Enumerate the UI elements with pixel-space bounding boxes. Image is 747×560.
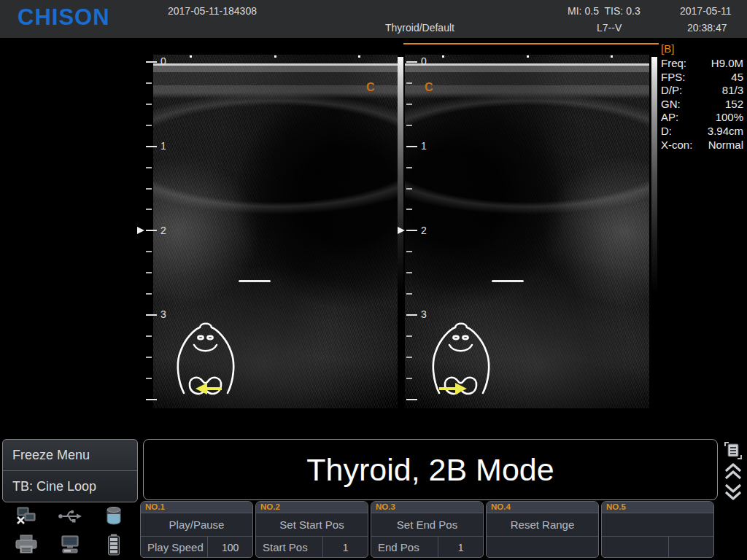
scale-dots-left <box>190 55 361 58</box>
empty-cell <box>487 537 598 558</box>
param-value: H9.0M <box>711 57 743 71</box>
empty-cell <box>668 537 713 558</box>
body-marker-thyroid-right <box>429 319 493 397</box>
grayscale-bar-right <box>651 57 657 405</box>
toolbar-panel-no4: NO.4 Reset Range <box>486 501 599 558</box>
ruler-major-ticks <box>406 61 417 401</box>
ruler-major-ticks <box>146 61 157 401</box>
network-offline-icon <box>15 507 37 526</box>
tis-label: TIS: <box>605 5 624 17</box>
play-pause-button[interactable]: Play/Pause <box>141 513 252 537</box>
panel-header: NO.1 <box>141 502 252 513</box>
param-label: AP: <box>661 111 678 125</box>
focus-marker-icon <box>137 227 144 234</box>
freeze-menu-panel: Freeze Menu TB: Cine Loop <box>2 439 138 502</box>
ruler-label: 3 <box>160 308 166 320</box>
start-pos-value[interactable]: 1 <box>322 537 368 558</box>
active-image-indicator <box>403 43 659 44</box>
ruler-label: 3 <box>421 308 427 320</box>
param-value: 152 <box>725 98 743 112</box>
empty-button <box>602 513 713 537</box>
end-pos-value[interactable]: 1 <box>438 537 483 558</box>
reset-range-button[interactable]: Reset Range <box>487 513 598 537</box>
system-time: 20:38:47 <box>687 22 727 34</box>
network-printer-icon <box>59 535 81 554</box>
freeze-menu-item[interactable]: Freeze Menu <box>3 440 137 470</box>
panel-header: NO.2 <box>256 502 368 513</box>
scroll-down-icon[interactable] <box>723 482 743 501</box>
ruler-label: 1 <box>421 140 427 152</box>
focus-marker-icon <box>398 227 405 234</box>
panel-header: NO.5 <box>602 502 713 513</box>
battery-icon <box>107 534 120 556</box>
tis-value: 0.3 <box>626 5 640 17</box>
start-pos-label: Start Pos <box>256 537 322 558</box>
toolbar-panel-no2: NO.2 Set Start Pos Start Pos 1 <box>255 501 368 558</box>
param-value: 81/3 <box>722 84 743 98</box>
exam-id: 2017-05-11-184308 <box>168 5 257 17</box>
mode-badge: [B] <box>661 42 674 55</box>
param-value: 3.94cm <box>708 125 743 139</box>
ruler-label: 1 <box>160 140 166 152</box>
ultrasound-screen: { "header": { "logo": "CHISON", "exam_id… <box>0 0 747 560</box>
header-bar: CHISON 2017-05-11-184308 Thyroid/Default… <box>0 0 747 38</box>
empty-cell <box>602 537 668 558</box>
menu-list-icon[interactable] <box>723 440 743 461</box>
end-pos-label: End Pos <box>371 537 438 558</box>
body-marker-thyroid-left <box>174 319 238 397</box>
ruler-label: 2 <box>160 225 166 236</box>
acoustic-indices: MI:0.5 TIS:0.3 <box>568 5 643 17</box>
exam-preset: Thyroid/Default <box>385 22 454 34</box>
toolbar-panel-no5: NO.5 <box>601 501 714 558</box>
status-title-box: Thyroid, 2B Mode <box>143 439 718 500</box>
chison-logo: CHISON <box>18 4 110 31</box>
panel-header: NO.3 <box>371 502 483 513</box>
echo-streak-right <box>492 280 524 282</box>
param-value: Normal <box>708 139 743 152</box>
param-label: GN: <box>661 98 681 112</box>
param-label: D: <box>661 125 672 139</box>
orientation-marker-left: C <box>366 81 375 94</box>
set-end-pos-button[interactable]: Set End Pos <box>371 513 483 537</box>
param-label: X-con: <box>661 139 692 152</box>
param-value: 100% <box>716 111 743 125</box>
set-start-pos-button[interactable]: Set Start Pos <box>256 513 368 537</box>
param-value: 45 <box>731 71 743 85</box>
play-speed-value[interactable]: 100 <box>207 537 252 558</box>
depth-ruler-left: 0 1 2 3 <box>146 61 175 401</box>
toolbar-panel-no3: NO.3 Set End Pos End Pos 1 <box>371 501 484 558</box>
scale-dots-right <box>442 55 614 58</box>
ruler-label: 0 <box>421 55 427 67</box>
ruler-label: 2 <box>421 225 427 236</box>
image-parameters: Freq:H9.0M FPS:45 D/P:81/3 GN:152 AP:100… <box>661 57 743 152</box>
scroll-up-icon[interactable] <box>723 462 743 481</box>
param-label: D/P: <box>661 84 682 98</box>
param-label: FPS: <box>661 71 685 85</box>
tb-cine-loop-item[interactable]: TB: Cine Loop <box>3 470 137 502</box>
system-date: 2017-05-11 <box>680 5 732 17</box>
recycle-bin-icon <box>106 506 122 526</box>
play-speed-label: Play Speed <box>141 537 207 558</box>
status-title: Thyroid, 2B Mode <box>306 452 554 488</box>
mi-value: 0.5 <box>584 5 598 17</box>
toolbar-panel-no1: NO.1 Play/Pause Play Speed 100 <box>140 501 253 558</box>
echo-streak-left <box>239 280 271 282</box>
panel-header: NO.4 <box>487 502 598 513</box>
param-label: Freq: <box>661 57 686 71</box>
mi-label: MI: <box>568 5 581 17</box>
printer-icon <box>15 534 38 555</box>
probe-model: L7--V <box>597 22 622 34</box>
usb-device-icon <box>58 509 82 524</box>
status-icon-dock <box>4 502 136 559</box>
ruler-label: 0 <box>160 55 166 67</box>
